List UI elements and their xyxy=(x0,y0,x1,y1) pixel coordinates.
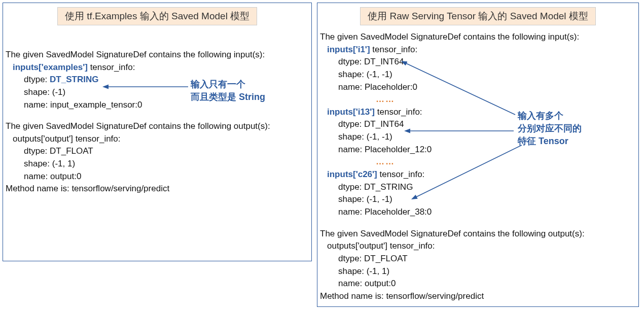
right-method: Method name is: tensorflow/serving/predi… xyxy=(320,290,636,303)
c26-line: inputs['c26'] tensor_info: xyxy=(320,168,636,181)
left-input-label: inputs['examples'] xyxy=(13,62,88,72)
left-panel: 使用 tf.Examples 输入的 Saved Model 模型 The gi… xyxy=(3,3,312,261)
tensor-info-text: tensor_info: xyxy=(88,62,135,72)
left-input-header: The given SavedModel SignatureDef contai… xyxy=(6,49,309,61)
right-annot-line2: 分别对应不同的 xyxy=(518,122,582,135)
tensor-info-text: tensor_info: xyxy=(370,45,418,54)
i13-dtype: dtype: DT_INT64 xyxy=(320,118,636,131)
left-annot-line1: 输入只有一个 xyxy=(191,78,265,91)
left-method: Method name is: tensorflow/serving/predi… xyxy=(6,183,309,195)
right-out-shape: shape: (-1, 1) xyxy=(320,265,636,278)
i13-label: inputs['i13'] xyxy=(327,107,375,117)
left-title: 使用 tf.Examples 输入的 Saved Model 模型 xyxy=(57,7,257,25)
dtype-label: dtype: xyxy=(24,75,50,84)
i1-line: inputs['i1'] tensor_info: xyxy=(320,44,636,56)
right-output-header: The given SavedModel SignatureDef contai… xyxy=(320,228,636,240)
right-input-header: The given SavedModel SignatureDef contai… xyxy=(320,31,636,44)
left-out-shape: shape: (-1, 1) xyxy=(6,158,309,170)
c26-shape: shape: (-1, -1) xyxy=(320,193,636,206)
i13-name: name: Placeholder_12:0 xyxy=(320,144,636,156)
tensor-info-text: tensor_info: xyxy=(377,169,425,179)
dots1: …… xyxy=(320,93,636,106)
right-annot-line3: 特征 Tensor xyxy=(518,135,582,148)
right-title: 使用 Raw Serving Tensor 输入的 Saved Model 模型 xyxy=(360,7,596,25)
i13-shape: shape: (-1, -1) xyxy=(320,131,636,144)
right-annot-line1: 输入有多个 xyxy=(518,110,582,122)
i1-name: name: Placeholder:0 xyxy=(320,81,636,94)
left-out-dtype: dtype: DT_FLOAT xyxy=(6,145,309,158)
i1-shape: shape: (-1, -1) xyxy=(320,68,636,81)
i1-dtype: dtype: DT_INT64 xyxy=(320,56,636,68)
right-panel: 使用 Raw Serving Tensor 输入的 Saved Model 模型… xyxy=(317,3,639,307)
right-out-dtype: dtype: DT_FLOAT xyxy=(320,253,636,265)
left-output-header: The given SavedModel SignatureDef contai… xyxy=(6,120,309,133)
right-title-wrap: 使用 Raw Serving Tensor 输入的 Saved Model 模型 xyxy=(317,3,638,25)
i13-line: inputs['i13'] tensor_info: xyxy=(320,106,636,119)
left-content: The given SavedModel SignatureDef contai… xyxy=(3,25,311,200)
tensor-info-text: tensor_info: xyxy=(375,107,422,117)
c26-dtype: dtype: DT_STRING xyxy=(320,181,636,194)
left-out-name: name: output:0 xyxy=(6,170,309,183)
right-output-label: outputs['output'] tensor_info: xyxy=(320,240,636,253)
c26-label: inputs['c26'] xyxy=(327,169,377,179)
right-out-name: name: output:0 xyxy=(320,278,636,290)
left-output-label: outputs['output'] tensor_info: xyxy=(6,133,309,146)
right-content: The given SavedModel SignatureDef contai… xyxy=(317,25,638,305)
dtype-value: DT_STRING xyxy=(50,75,98,84)
i1-label: inputs['i1'] xyxy=(327,45,370,54)
left-title-wrap: 使用 tf.Examples 输入的 Saved Model 模型 xyxy=(3,3,311,25)
left-annotation: 输入只有一个 而且类型是 String xyxy=(191,78,265,104)
left-input-line: inputs['examples'] tensor_info: xyxy=(6,61,309,74)
c26-name: name: Placeholder_38:0 xyxy=(320,206,636,219)
right-annotation: 输入有多个 分别对应不同的 特征 Tensor xyxy=(518,110,582,148)
dots2: …… xyxy=(320,156,636,168)
left-annot-line2: 而且类型是 String xyxy=(191,91,265,104)
